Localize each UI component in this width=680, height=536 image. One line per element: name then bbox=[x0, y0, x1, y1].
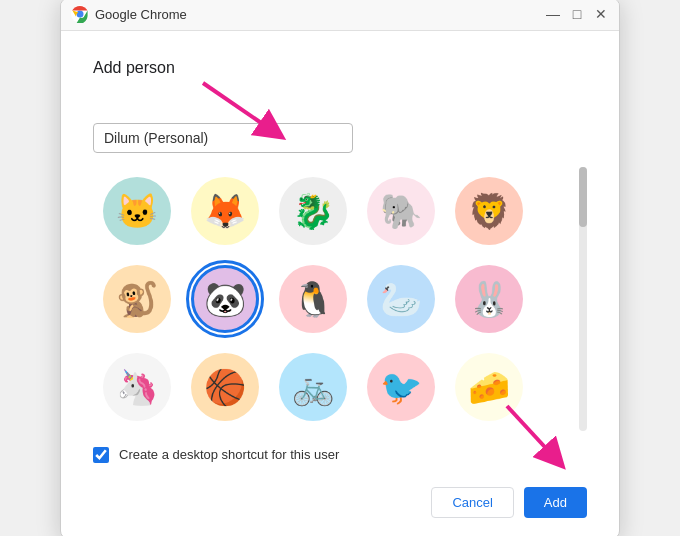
avatar-cell[interactable]: 🐦 bbox=[357, 343, 445, 431]
avatar-cell[interactable]: 🐱 bbox=[93, 167, 181, 255]
person-name-input[interactable] bbox=[93, 123, 353, 153]
maximize-button[interactable]: □ bbox=[569, 6, 585, 22]
dialog-title: Add person bbox=[93, 59, 587, 77]
desktop-shortcut-checkbox[interactable] bbox=[93, 447, 109, 463]
google-chrome-logo-icon bbox=[71, 5, 89, 23]
name-input-row bbox=[93, 93, 587, 153]
dialog-content: Add person 🐱🦊🐉🐘🦁🐒🐼🐧🦢🐰🦄🏀🚲🐦🧀 bbox=[61, 31, 619, 537]
close-button[interactable]: ✕ bbox=[593, 6, 609, 22]
minimize-button[interactable]: — bbox=[545, 6, 561, 22]
window-controls: — □ ✕ bbox=[545, 6, 609, 22]
desktop-shortcut-label[interactable]: Create a desktop shortcut for this user bbox=[119, 447, 339, 462]
cancel-button[interactable]: Cancel bbox=[431, 487, 513, 518]
avatar-cell[interactable]: 🦢 bbox=[357, 255, 445, 343]
checkbox-row: Create a desktop shortcut for this user bbox=[93, 447, 587, 463]
dialog-window: Google Chrome — □ ✕ Add person bbox=[60, 0, 620, 536]
avatar-cell[interactable]: 🐼 bbox=[181, 255, 269, 343]
avatars-area: 🐱🦊🐉🐘🦁🐒🐼🐧🦢🐰🦄🏀🚲🐦🧀 bbox=[93, 167, 587, 431]
add-button[interactable]: Add bbox=[524, 487, 587, 518]
avatar-cell[interactable]: 🐉 bbox=[269, 167, 357, 255]
scroll-track[interactable] bbox=[579, 167, 587, 431]
avatar-cell[interactable]: 🦁 bbox=[445, 167, 533, 255]
avatar-cell[interactable]: 🐘 bbox=[357, 167, 445, 255]
avatars-grid-wrapper: 🐱🦊🐉🐘🦁🐒🐼🐧🦢🐰🦄🏀🚲🐦🧀 bbox=[93, 167, 575, 431]
button-row: Cancel Add bbox=[93, 483, 587, 518]
avatar-cell[interactable]: 🏀 bbox=[181, 343, 269, 431]
avatar-cell[interactable]: 🦄 bbox=[93, 343, 181, 431]
titlebar: Google Chrome — □ ✕ bbox=[61, 0, 619, 31]
window-title: Google Chrome bbox=[95, 7, 545, 22]
avatars-grid: 🐱🦊🐉🐘🦁🐒🐼🐧🦢🐰🦄🏀🚲🐦🧀 bbox=[93, 167, 575, 431]
svg-point-1 bbox=[78, 12, 83, 17]
avatar-cell[interactable]: 🐰 bbox=[445, 255, 533, 343]
avatar-cell[interactable]: 🦊 bbox=[181, 167, 269, 255]
avatar-cell[interactable]: 🚲 bbox=[269, 343, 357, 431]
avatar-cell[interactable]: 🧀 bbox=[445, 343, 533, 431]
avatar-cell[interactable]: 🐧 bbox=[269, 255, 357, 343]
avatar-cell[interactable]: 🐒 bbox=[93, 255, 181, 343]
scroll-thumb[interactable] bbox=[579, 167, 587, 227]
